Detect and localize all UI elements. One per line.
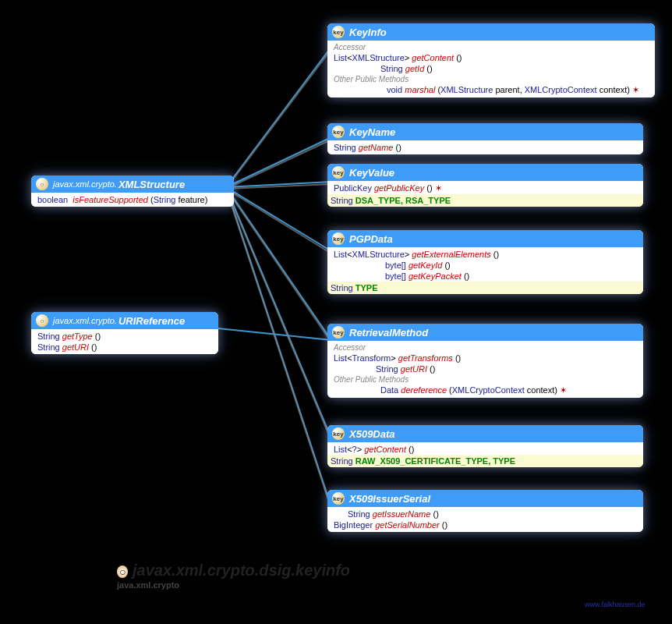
package-module: java.xml.crypto bbox=[117, 580, 179, 590]
package-title: ○ javax.xml.crypto.dsig.keyinfo bbox=[117, 562, 350, 580]
svg-line-3 bbox=[226, 187, 331, 251]
svg-line-7 bbox=[210, 328, 331, 340]
class-header: key PGPData bbox=[327, 230, 643, 247]
method-row: List<Transform> getTransforms () bbox=[331, 353, 640, 363]
constants-row: String DSA_TYPE, RSA_TYPE bbox=[327, 194, 643, 207]
constants-row: String TYPE bbox=[327, 282, 643, 294]
method-row: String getURI () bbox=[34, 342, 215, 353]
method-row: byte[] getKeyId () bbox=[331, 260, 640, 271]
key-icon: key bbox=[332, 26, 345, 38]
svg-line-0 bbox=[226, 47, 331, 187]
class-name: X509Data bbox=[349, 428, 395, 440]
key-icon: key bbox=[332, 166, 345, 179]
class-header: key RetrievalMethod bbox=[327, 324, 643, 341]
class-name: KeyInfo bbox=[349, 27, 387, 38]
key-icon: key bbox=[332, 126, 345, 138]
interface-icon: ○ bbox=[36, 178, 48, 190]
class-body: PublicKey getPublicKey () ✶ bbox=[327, 181, 643, 194]
key-icon: key bbox=[332, 326, 345, 339]
method-row: String getIssuerName () bbox=[331, 509, 640, 519]
class-header: key KeyValue bbox=[327, 164, 643, 181]
class-x509data[interactable]: key X509Data List<?> getContent () Strin… bbox=[327, 425, 643, 467]
class-body: String getIssuerName () BigInteger getSe… bbox=[327, 507, 643, 532]
class-xmlstructure[interactable]: ○ javax.xml.crypto.XMLStructure boolean … bbox=[31, 176, 234, 207]
key-icon: key bbox=[332, 427, 345, 440]
class-name: KeyName bbox=[349, 126, 395, 138]
class-name: RetrievalMethod bbox=[349, 327, 428, 339]
class-body: String getType () String getURI () bbox=[31, 329, 218, 354]
method-row: String getId () bbox=[331, 63, 652, 74]
pkg-prefix: javax.xml.crypto. bbox=[53, 316, 117, 325]
svg-line-14 bbox=[226, 189, 331, 509]
class-body: String getName () bbox=[327, 140, 643, 154]
key-icon: key bbox=[332, 492, 345, 505]
method-row: BigInteger getSerialNumber () bbox=[331, 519, 640, 530]
svg-line-6 bbox=[226, 187, 331, 507]
method-row: PublicKey getPublicKey () ✶ bbox=[331, 183, 640, 194]
class-name: XMLStructure bbox=[118, 179, 185, 190]
class-body: Accessor List<XMLStructure> getContent (… bbox=[327, 41, 655, 98]
class-header: ○ javax.xml.crypto.URIReference bbox=[31, 312, 218, 329]
class-keyvalue[interactable]: key KeyValue PublicKey getPublicKey () ✶… bbox=[327, 164, 643, 207]
method-row: String getType () bbox=[34, 331, 215, 342]
method-row: List<XMLStructure> getContent () bbox=[331, 52, 652, 63]
class-header: key KeyName bbox=[327, 123, 643, 140]
svg-line-4 bbox=[226, 187, 331, 340]
svg-line-5 bbox=[226, 187, 331, 438]
class-body: boolean isFeatureSupported (String featu… bbox=[31, 193, 234, 207]
class-body: List<XMLStructure> getExternalElements (… bbox=[327, 247, 643, 282]
section-other: Other Public Methods bbox=[331, 374, 640, 385]
method-row: List<?> getContent () bbox=[331, 444, 640, 455]
interface-icon: ○ bbox=[36, 314, 48, 327]
class-x509issuerserial[interactable]: key X509IssuerSerial String getIssuerNam… bbox=[327, 490, 643, 532]
method-row: List<XMLStructure> getExternalElements (… bbox=[331, 249, 640, 260]
class-name: PGPData bbox=[349, 233, 393, 245]
class-header: key X509Data bbox=[327, 425, 643, 442]
method-row: boolean isFeatureSupported (String featu… bbox=[34, 194, 231, 205]
key-icon: key bbox=[332, 232, 345, 245]
svg-line-10 bbox=[226, 184, 331, 189]
svg-line-2 bbox=[226, 182, 331, 187]
package-icon: ○ bbox=[117, 566, 128, 578]
svg-line-1 bbox=[226, 137, 331, 187]
method-row: void marshal (XMLStructure parent, XMLCr… bbox=[331, 84, 652, 96]
section-other: Other Public Methods bbox=[331, 74, 652, 84]
class-retrievalmethod[interactable]: key RetrievalMethod Accessor List<Transf… bbox=[327, 324, 643, 398]
method-row: String getName () bbox=[331, 142, 640, 153]
class-keyinfo[interactable]: key KeyInfo Accessor List<XMLStructure> … bbox=[327, 23, 655, 98]
svg-line-13 bbox=[226, 189, 331, 441]
section-accessor: Accessor bbox=[331, 42, 652, 52]
class-name: X509IssuerSerial bbox=[349, 493, 430, 505]
class-header: key X509IssuerSerial bbox=[327, 490, 643, 507]
class-pgpdata[interactable]: key PGPData List<XMLStructure> getExtern… bbox=[327, 230, 643, 294]
method-row: Data dereference (XMLCryptoContext conte… bbox=[331, 385, 640, 396]
constants-row: String RAW_X509_CERTIFICATE_TYPE, TYPE bbox=[327, 455, 643, 467]
class-name: URIReference bbox=[118, 315, 185, 327]
class-keyname[interactable]: key KeyName String getName () bbox=[327, 123, 643, 154]
watermark: www.falkhausen.de bbox=[585, 601, 645, 608]
method-row: byte[] getKeyPacket () bbox=[331, 271, 640, 282]
class-name: KeyValue bbox=[349, 167, 394, 179]
class-body: Accessor List<Transform> getTransforms (… bbox=[327, 341, 643, 398]
class-urireference[interactable]: ○ javax.xml.crypto.URIReference String g… bbox=[31, 312, 218, 354]
pkg-prefix: javax.xml.crypto. bbox=[53, 179, 117, 189]
svg-line-11 bbox=[226, 189, 331, 254]
class-header: key KeyInfo bbox=[327, 23, 655, 41]
svg-line-9 bbox=[226, 140, 331, 189]
section-accessor: Accessor bbox=[331, 342, 640, 353]
svg-line-8 bbox=[226, 49, 331, 189]
svg-line-12 bbox=[226, 189, 331, 342]
class-body: List<?> getContent () bbox=[327, 442, 643, 455]
method-row: String getURI () bbox=[331, 363, 640, 374]
class-header: ○ javax.xml.crypto.XMLStructure bbox=[31, 176, 234, 193]
